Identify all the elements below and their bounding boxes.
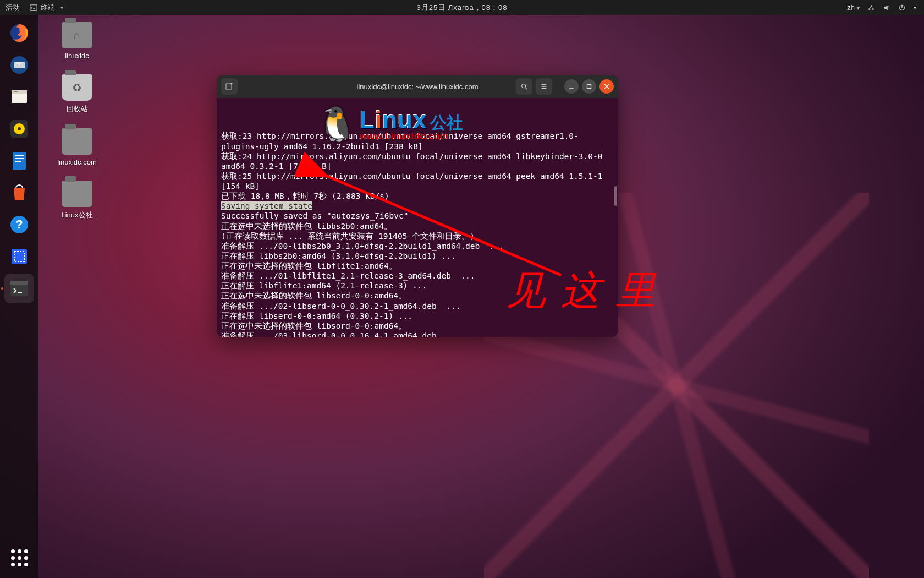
current-app-menu[interactable]: 终端 — [30, 3, 63, 13]
terminal-line: 准备解压 .../03-libsord-0-0_0.16.4-1_amd64.d… — [221, 331, 614, 337]
dock-screenshot[interactable] — [4, 242, 34, 271]
dock-help[interactable]: ? — [4, 210, 34, 239]
clock[interactable]: 3月25日 Лхагва，08：08 — [416, 3, 507, 13]
terminal-line: 准备解压 .../02-libserd-0-0_0.30.2-1_amd64.d… — [221, 301, 614, 311]
svg-rect-10 — [14, 91, 18, 92]
power-icon[interactable] — [898, 4, 906, 12]
dock-files[interactable] — [4, 82, 34, 112]
terminal-line: 已下载 18,8 MB，耗时 7秒 (2.883 kB/s) — [221, 191, 614, 201]
terminal-line: 正在选中未选择的软件包 libbs2b0:amd64。 — [221, 221, 614, 231]
dock-rhythmbox[interactable] — [4, 114, 34, 144]
dock-thunderbird[interactable] — [4, 50, 34, 80]
dock: ? — [0, 15, 38, 578]
maximize-button[interactable] — [582, 79, 596, 94]
maximize-icon — [586, 84, 592, 89]
terminal-line: 获取:23 http://mirrors.aliyun.com/ubuntu f… — [221, 131, 614, 151]
screenshot-icon — [8, 246, 30, 268]
activities-button[interactable]: 活动 — [6, 3, 20, 13]
close-button[interactable] — [600, 79, 614, 94]
terminal-line: 正在解压 libbs2b0:amd64 (3.1.0+dfsg-2.2build… — [221, 251, 614, 261]
files-icon — [8, 86, 30, 108]
document-icon — [8, 150, 30, 172]
svg-rect-17 — [15, 161, 21, 162]
shopping-bag-icon — [8, 182, 30, 204]
svg-rect-16 — [15, 158, 24, 159]
minimize-button[interactable] — [564, 79, 579, 94]
terminal-line: 准备解压 .../01-libflite1_2.1-release-3_amd6… — [221, 271, 614, 281]
new-tab-button[interactable] — [221, 78, 238, 95]
terminal-line: 正在选中未选择的软件包 libsord-0-0:amd64。 — [221, 321, 614, 331]
window-title: linuxidc@linuxidc: ~/www.linuxidc.com — [357, 83, 479, 91]
minimize-icon — [569, 84, 574, 89]
terminal-window: linuxidc@linuxidc: ~/www.linuxidc.com 获取… — [217, 75, 618, 337]
terminal-line: Saving system state — [221, 201, 614, 211]
trash-icon: ♻ — [62, 74, 92, 101]
svg-rect-15 — [15, 155, 24, 156]
volume-icon[interactable] — [883, 4, 890, 12]
network-icon[interactable] — [867, 4, 875, 12]
desktop-icon-label: linuxidc.com — [50, 158, 105, 166]
terminal-line: 正在解压 libflite1:amd64 (2.1-release-3) ... — [221, 281, 614, 291]
svg-text:?: ? — [15, 217, 23, 231]
terminal-line: (正在读取数据库 ... 系统当前共安装有 191405 个文件和目录。) — [221, 231, 614, 241]
svg-rect-31 — [587, 85, 591, 89]
terminal-line: 准备解压 .../00-libbs2b0_3.1.0+dfsg-2.2build… — [221, 241, 614, 251]
dock-writer[interactable] — [4, 146, 34, 176]
dock-software[interactable] — [4, 178, 34, 208]
hamburger-icon — [540, 83, 548, 90]
show-applications[interactable] — [4, 543, 34, 572]
terminal-line: Successfully saved as "autozsys_7i6bvc" — [221, 211, 614, 221]
svg-point-25 — [522, 84, 526, 88]
menu-button[interactable] — [536, 78, 552, 95]
svg-rect-23 — [10, 281, 28, 285]
music-icon — [8, 118, 30, 140]
desktop-icon-label: linuxidc — [50, 52, 105, 60]
desktop-icon-label: Linux公社 — [50, 210, 105, 220]
dock-firefox[interactable] — [4, 18, 34, 48]
svg-rect-24 — [226, 84, 232, 89]
window-titlebar[interactable]: linuxidc@linuxidc: ~/www.linuxidc.com — [217, 75, 618, 98]
svg-line-26 — [525, 88, 527, 90]
help-icon: ? — [8, 214, 30, 236]
terminal-app-icon — [8, 277, 30, 299]
terminal-line: 正在选中未选择的软件包 libflite1:amd64。 — [221, 261, 614, 271]
search-icon — [520, 83, 528, 90]
folder-icon: ⌂ — [62, 22, 92, 48]
desktop-icon-label: 回收站 — [50, 104, 105, 114]
desktop-icons: ⌂ linuxidc ♻ 回收站 linuxidc.com Linux公社 — [50, 22, 105, 220]
folder-icon — [62, 181, 92, 207]
search-button[interactable] — [516, 78, 532, 95]
thunderbird-icon — [8, 54, 30, 76]
svg-point-13 — [18, 127, 21, 130]
terminal-line: 正在选中未选择的软件包 libserd-0-0:amd64。 — [221, 291, 614, 301]
terminal-line: 正在解压 libserd-0-0:amd64 (0.30.2-1) ... — [221, 311, 614, 321]
system-menu-chevron[interactable]: ▾ — [914, 4, 916, 10]
current-app-name: 终端 — [41, 3, 55, 13]
svg-rect-0 — [30, 4, 37, 10]
new-tab-icon — [225, 82, 234, 91]
dock-terminal[interactable] — [4, 274, 34, 303]
input-method-indicator[interactable]: zh — [847, 3, 860, 12]
top-bar: 活动 终端 3月25日 Лхагва，08：08 zh ▾ — [0, 0, 924, 15]
apps-grid-icon — [11, 549, 28, 566]
desktop-icon-linuxcn[interactable]: Linux公社 — [50, 181, 105, 220]
close-icon — [604, 84, 609, 89]
desktop-icon-domain[interactable]: linuxidc.com — [50, 128, 105, 166]
terminal-line: 获取:24 http://mirrors.aliyun.com/ubuntu f… — [221, 151, 614, 171]
terminal-icon — [30, 4, 37, 12]
desktop-icon-trash[interactable]: ♻ 回收站 — [50, 74, 105, 114]
desktop-icon-home[interactable]: ⌂ linuxidc — [50, 22, 105, 60]
terminal-output[interactable]: 获取:23 http://mirrors.aliyun.com/ubuntu f… — [217, 98, 618, 337]
folder-icon — [62, 128, 92, 155]
running-indicator — [1, 287, 3, 290]
terminal-line: 获取:25 http://mirrors.aliyun.com/ubuntu f… — [221, 171, 614, 191]
scrollbar-thumb[interactable] — [614, 186, 617, 206]
firefox-icon — [8, 22, 30, 44]
